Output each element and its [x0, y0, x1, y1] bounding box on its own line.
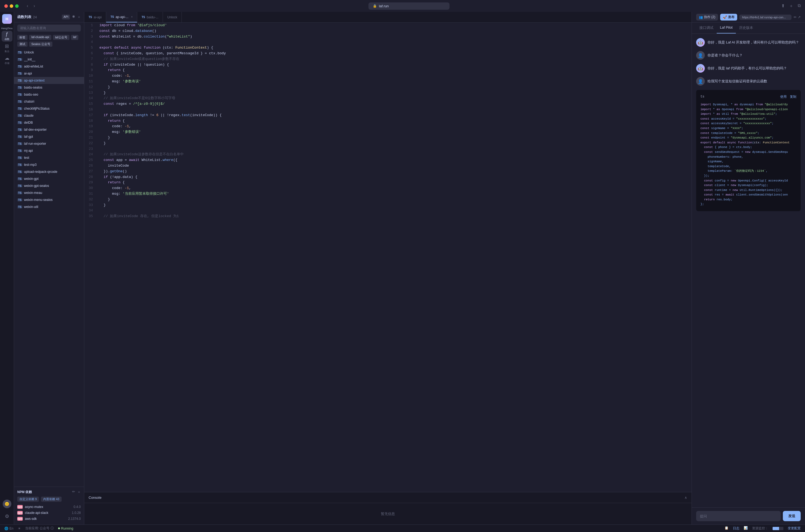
npm-version: 2.1374.0	[68, 517, 81, 521]
functions-icon: ƒ	[5, 31, 8, 37]
fn-search-input[interactable]	[17, 24, 81, 32]
fn-item-weixin-meau[interactable]: TSweixin-meau	[14, 189, 84, 196]
code-line: const regex = /^[a-z0-9]{6}$/	[99, 101, 689, 107]
fn-item-add-whitelist[interactable]: TSadd-whiteList	[14, 63, 84, 70]
fn-item-claude[interactable]: TSclaude	[14, 112, 84, 119]
custom-deps-badge: 自定义依赖 9	[17, 497, 39, 502]
fn-list: TSUnlock TS__init__ TSadd-whiteList TSai…	[14, 49, 84, 487]
app-logo[interactable]: H	[2, 14, 12, 24]
tag-laf[interactable]: laf	[71, 35, 79, 40]
tab-close-icon[interactable]: ×	[131, 15, 133, 18]
code-line: export default async function (ctx: Func…	[99, 45, 689, 51]
fn-item-init[interactable]: TS__init__	[14, 56, 84, 63]
app-container: H HangZhou ƒ 函数 ⊞ 集合 ☁ 存储 😊 ⚙ 函数列表 24 AP…	[0, 12, 805, 525]
fn-item-ap-api-context[interactable]: TSap-api-context⋯	[14, 77, 84, 84]
ts-badge: TS	[17, 65, 22, 68]
copy-code-button[interactable]: 复制	[790, 95, 797, 99]
code-area[interactable]: 12345 678910 1112131415 1617181920 21222…	[84, 23, 692, 492]
fn-item-weixin-menu-sealos[interactable]: TSweixin-menu-sealos	[14, 196, 84, 203]
fn-item-laf-dev-exporter[interactable]: TSlaf-dev-exporter	[14, 126, 84, 133]
code-line: }	[99, 90, 689, 96]
tabs-bar: TS ai-api TS ap-api-... × TS baidu-... U…	[84, 12, 692, 23]
tab-baidu[interactable]: TS baidu-...	[137, 12, 163, 22]
npm-add-icon[interactable]: ＋	[77, 490, 81, 494]
collab-button[interactable]: 👥 协作 (2)	[696, 14, 718, 20]
tab-laf-pilot[interactable]: Laf Pilot	[717, 23, 736, 34]
logs-label[interactable]: 日志	[733, 526, 740, 531]
split-view-icon[interactable]: ⧉	[798, 3, 801, 9]
fn-item-weixin-gpt[interactable]: TSweixin-gpt	[14, 175, 84, 182]
fn-item-checkMjPicStatus[interactable]: TScheckMjPicStatus	[14, 105, 84, 112]
tab-ai-api[interactable]: TS ai-api	[84, 12, 106, 22]
fn-item-test[interactable]: TStest	[14, 154, 84, 161]
lang-icon: 🌐	[4, 527, 8, 530]
url-actions: ✏ ↗	[794, 15, 801, 19]
config-label[interactable]: 变更配置	[788, 526, 801, 531]
user-avatar[interactable]: 😊	[3, 499, 11, 508]
close-button[interactable]	[4, 4, 8, 8]
activity-item-storage[interactable]: ☁ 存储	[2, 55, 13, 65]
api-button[interactable]: API	[62, 15, 70, 19]
tab-ap-api[interactable]: TS ap-api-... ×	[106, 12, 137, 22]
fn-item-delDB[interactable]: TSdelDB	[14, 119, 84, 126]
fn-item-unlock[interactable]: TSUnlock	[14, 49, 84, 56]
tab-api-debug[interactable]: 接口调试	[696, 23, 717, 34]
ts-badge: TS	[17, 135, 22, 138]
tag-laf-wechat[interactable]: laf公众号	[53, 35, 70, 40]
fn-item-upload-redpack-qrcode[interactable]: TSupload-redpack-qrcode	[14, 168, 84, 175]
fn-add-button[interactable]: ＋	[77, 15, 81, 19]
copy-url-icon[interactable]: ✏	[794, 15, 797, 19]
activity-item-database[interactable]: ⊞ 集合	[2, 43, 13, 54]
add-tab-icon[interactable]: ＋	[789, 3, 793, 9]
forward-button[interactable]: ›	[32, 2, 36, 10]
chat-message-1: 🤖 你好，我是 Laf AI 开发助理，请问有什么可以帮助您的吗？	[696, 38, 801, 47]
npm-header-actions: ✏ ＋	[72, 490, 81, 494]
fn-item-weixin-gpt-sealos[interactable]: TSweixin-gpt-sealos	[14, 182, 84, 189]
tag-sealos[interactable]: Sealos 公众号	[29, 42, 52, 47]
code-line: }	[99, 197, 689, 203]
settings-icon[interactable]: ⚙	[2, 512, 12, 521]
code-line: }	[99, 135, 689, 141]
fn-item-chatsiri[interactable]: TSchatsiri	[14, 98, 84, 105]
monitor-label: 资源监控：	[752, 526, 768, 531]
code-line: if (!inviteCode || !question) {	[99, 62, 689, 68]
ai-input-field[interactable]	[696, 511, 781, 521]
fn-item-laf-gpt[interactable]: TSlaf-gpt	[14, 133, 84, 140]
console-toggle-icon[interactable]: ∧	[685, 496, 687, 499]
traffic-lights	[4, 4, 19, 8]
tab-unlock[interactable]: Unlock	[163, 12, 182, 22]
share-icon[interactable]: ⬆	[781, 3, 785, 9]
fn-item-laf-run-exporter[interactable]: TSlaf-run-exporter	[14, 140, 84, 147]
maximize-button[interactable]	[15, 4, 19, 8]
status-lang: 🌐 En	[4, 527, 14, 530]
minimize-button[interactable]	[10, 4, 13, 8]
fn-item-test-mp3[interactable]: TStest-mp3	[14, 161, 84, 168]
tag-label[interactable]: 标签	[17, 35, 27, 40]
fn-item-mj-api[interactable]: TSmj-api	[14, 147, 84, 154]
tab-label: baidu-...	[147, 15, 158, 19]
ts-badge: TS	[17, 128, 22, 131]
send-button[interactable]: 发送	[783, 511, 801, 521]
npm-icon: npm	[17, 517, 23, 521]
fn-item-weixin-util[interactable]: TSweixin-util	[14, 203, 84, 210]
storage-icon: ☁	[5, 55, 10, 61]
fn-item-baidu-sealos[interactable]: TSbaidu-sealos	[14, 84, 84, 91]
use-code-button[interactable]: 使用	[780, 95, 787, 99]
fn-item-baidu-seo[interactable]: TSbaidu-seo	[14, 91, 84, 98]
tab-history[interactable]: 历史版本	[736, 23, 756, 34]
app-info-icon[interactable]: ⓘ	[51, 526, 54, 531]
open-url-icon[interactable]: ↗	[798, 15, 801, 19]
fn-sidebar-header: 函数列表 24 API ✱ ＋	[14, 12, 84, 22]
address-bar[interactable]: 🔒 laf.run	[369, 2, 449, 10]
theme-icon: ☀	[18, 527, 21, 530]
npm-edit-icon[interactable]: ✏	[72, 490, 75, 494]
publish-button[interactable]: 🚀 发布	[720, 14, 737, 20]
fn-name-unlock: Unlock	[24, 51, 81, 54]
tag-test[interactable]: 测试	[17, 42, 27, 47]
fn-item-ai-api[interactable]: TSai-api	[14, 70, 84, 77]
activity-item-functions[interactable]: ƒ 函数	[2, 31, 13, 42]
code-line: // 如果inviteCode不是6位数字和小写字母	[99, 96, 689, 101]
fn-add-icon[interactable]: ✱	[72, 15, 75, 19]
back-button[interactable]: ‹	[25, 2, 30, 10]
tag-laf-claude[interactable]: laf-cluade-api	[29, 35, 51, 40]
